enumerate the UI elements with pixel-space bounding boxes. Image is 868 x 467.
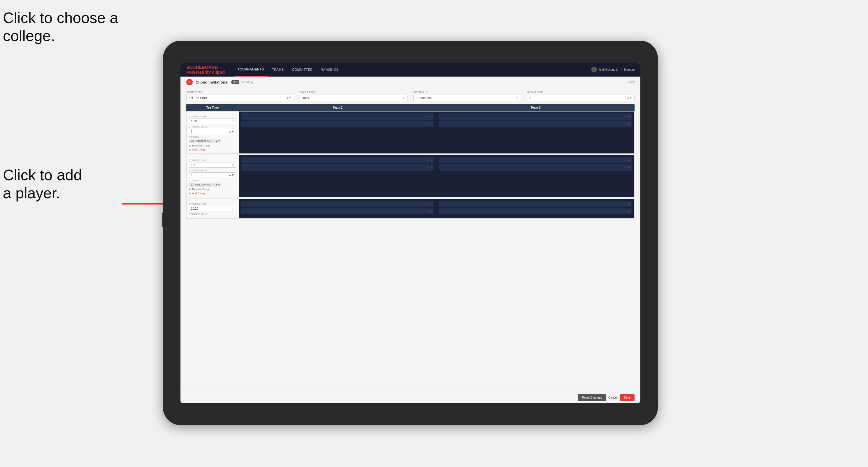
nav-tab-tournaments[interactable]: TOURNAMENTS (234, 63, 268, 76)
team2-cell-1: ✕ ⇅ ✕ ⇅ (437, 112, 634, 153)
starting-hole-value-1[interactable]: 1 ▲▼ (189, 129, 236, 134)
start-type-label: Start Type (186, 91, 294, 94)
course-caret-2[interactable]: ▲▼ (215, 183, 220, 186)
intervals-select[interactable]: 10 Minutes ⏱ (413, 95, 521, 101)
player-move-3-1[interactable]: ⇅ (430, 159, 433, 162)
group-row-2: STARTING TIME: 10:10 ⏱ STARTING HOLE: 1 … (186, 155, 634, 197)
team1-cell-3: ✕ ⇅ ✕ ⇅ (239, 199, 437, 218)
hosting-label: Hosting (242, 80, 253, 84)
player-slot-5-2[interactable]: ✕ ⇅ (241, 208, 434, 214)
sub-header: C Clippd Invitational Men Hosting Back (181, 76, 640, 88)
starting-time-label-3: STARTING TIME: (189, 203, 236, 205)
player-move-4-1[interactable]: ⇅ (628, 159, 630, 162)
starting-time-value-1[interactable]: 10:00 ⏱ (189, 119, 236, 124)
save-button[interactable]: Save (620, 394, 634, 401)
course-label-2: COURSE: (189, 179, 236, 182)
nav-separator: | (621, 68, 622, 71)
player-remove-3-2[interactable]: ✕ (427, 166, 429, 169)
player-slot-1-1[interactable]: ✕ ⇅ (241, 113, 434, 120)
nav-tab-rankings[interactable]: RANKINGS (317, 63, 343, 76)
team2-cell-2: ✕ ⇅ ✕ ⇅ (437, 155, 634, 197)
intervals-group: Intervals 10 Minutes ⏱ (413, 91, 521, 101)
tournament-title: Clippd Invitational (196, 80, 228, 85)
course-label-1: COURSE: (189, 136, 236, 138)
remove-group-1[interactable]: ⊖Remove Group (189, 144, 236, 147)
back-button[interactable]: Back (627, 80, 634, 84)
player-slot-3-2[interactable]: ✕ ⇅ (241, 164, 434, 170)
player-remove-4-2[interactable]: ✕ (624, 166, 627, 169)
starting-time-value-3[interactable]: 10:20 ⏱ (189, 206, 236, 211)
start-type-caret: ▲▼ (286, 96, 291, 99)
group-left-1: STARTING TIME: 10:00 ⏱ STARTING HOLE: 1 … (187, 112, 239, 153)
player-move-1-2[interactable]: ⇅ (430, 122, 433, 125)
hole-caret-1: ▲▼ (228, 130, 234, 133)
user-email: blair@clippd.io (599, 68, 619, 71)
player-remove-6-1[interactable]: ✕ (624, 203, 627, 205)
starting-time-value-2[interactable]: 10:10 ⏱ (189, 162, 236, 168)
player-slot-2-2[interactable]: ✕ ⇅ (439, 121, 632, 127)
player-slot-6-2[interactable]: ✕ ⇅ (439, 208, 632, 214)
start-type-select[interactable]: 1st Tee Start ▲▼ (186, 95, 294, 101)
player-slot-5-1[interactable]: ✕ ⇅ (241, 200, 434, 207)
player-move-6-2[interactable]: ⇅ (628, 210, 630, 213)
player-remove-5-2[interactable]: ✕ (427, 210, 429, 213)
gender-badge: Men (231, 80, 240, 84)
remove-course-1[interactable]: ✕ (213, 140, 215, 143)
player-move-2-2[interactable]: ⇅ (628, 122, 630, 125)
player-remove-5-1[interactable]: ✕ (427, 203, 429, 205)
hole-caret-2: ▲▼ (228, 174, 234, 177)
player-move-1-1[interactable]: ⇅ (430, 115, 433, 118)
cancel-button[interactable]: Cancel (608, 396, 617, 399)
player-slot-2-1[interactable]: ✕ ⇅ (439, 113, 632, 120)
starting-hole-value-2[interactable]: 1 ▲▼ (189, 173, 236, 178)
player-remove-2-1[interactable]: ✕ (624, 115, 627, 118)
player-slot-1-2[interactable]: ✕ ⇅ (241, 121, 434, 127)
tablet-screen: SCOREBOARD Powered by clippd TOURNAMENTS… (181, 63, 640, 403)
player-slot-4-2[interactable]: ✕ ⇅ (439, 164, 632, 170)
player-slot-6-1[interactable]: ✕ ⇅ (439, 200, 632, 207)
player-slot-4-1[interactable]: ✕ ⇅ (439, 157, 632, 163)
group-row-3: STARTING TIME: 10:20 ⏱ STARTING HOLE: ✕ … (186, 198, 634, 219)
player-remove-1-2[interactable]: ✕ (427, 122, 429, 125)
starting-hole-label-2: STARTING HOLE: (189, 169, 236, 172)
remove-course-2[interactable]: ✕ (212, 183, 214, 186)
player-move-6-1[interactable]: ⇅ (628, 203, 630, 205)
starting-hole-label-1: STARTING HOLE: (189, 125, 236, 128)
group-size-label: Group Size (527, 91, 634, 94)
content-area: Start Type 1st Tee Start ▲▼ Start Time 1… (181, 88, 640, 403)
player-move-3-2[interactable]: ⇅ (430, 166, 433, 169)
player-remove-6-2[interactable]: ✕ (624, 210, 627, 213)
course-caret-1[interactable]: ▲▼ (216, 140, 220, 143)
course-name-1: (A) Peachtree GC (190, 139, 211, 143)
reset-button[interactable]: Reset Changes (578, 394, 606, 401)
player-move-2-1[interactable]: ⇅ (628, 115, 630, 118)
table-header: Tee Time Team 1 Team 2 (186, 104, 634, 111)
col-team2: Team 2 (437, 106, 634, 109)
team2-cell-3: ✕ ⇅ ✕ ⇅ (437, 199, 634, 218)
group-left-2: STARTING TIME: 10:10 ⏱ STARTING HOLE: 1 … (187, 155, 239, 197)
remove-group-2[interactable]: ⊖Remove Group (189, 188, 236, 191)
start-time-group: Start Time 10:00 ⏱ (300, 91, 407, 101)
group-size-select[interactable]: 3 ▲▼ (527, 95, 634, 101)
player-remove-4-1[interactable]: ✕ (624, 159, 627, 162)
group-left-3: STARTING TIME: 10:20 ⏱ STARTING HOLE: (187, 199, 239, 218)
player-slot-3-1[interactable]: ✕ ⇅ (241, 157, 434, 163)
player-move-4-2[interactable]: ⇅ (628, 166, 630, 169)
nav-tab-teams[interactable]: TEAMS (268, 63, 288, 76)
player-move-5-2[interactable]: ⇅ (430, 210, 433, 213)
start-time-select[interactable]: 10:00 ⏱ (300, 95, 407, 101)
starting-time-label-2: STARTING TIME: (189, 159, 236, 162)
player-remove-3-1[interactable]: ✕ (427, 159, 429, 162)
starting-time-label-1: STARTING TIME: (189, 115, 236, 118)
course-name-2: East Lake GC (195, 183, 211, 186)
add-group-1[interactable]: ⊕Add Group (189, 148, 236, 151)
sign-out-link[interactable]: Sign out (624, 68, 634, 71)
player-move-5-1[interactable]: ⇅ (430, 203, 433, 205)
nav-tab-committee[interactable]: COMMITTEE (288, 63, 317, 76)
player-remove-1-1[interactable]: ✕ (427, 115, 429, 118)
settings-bar: Start Type 1st Tee Start ▲▼ Start Time 1… (181, 88, 640, 104)
group-row: STARTING TIME: 10:00 ⏱ STARTING HOLE: 1 … (186, 111, 634, 154)
add-group-2[interactable]: ⊕Add Group (189, 192, 236, 195)
team1-cell-2: ✕ ⇅ ✕ ⇅ (239, 155, 437, 197)
player-remove-2-2[interactable]: ✕ (624, 122, 627, 125)
